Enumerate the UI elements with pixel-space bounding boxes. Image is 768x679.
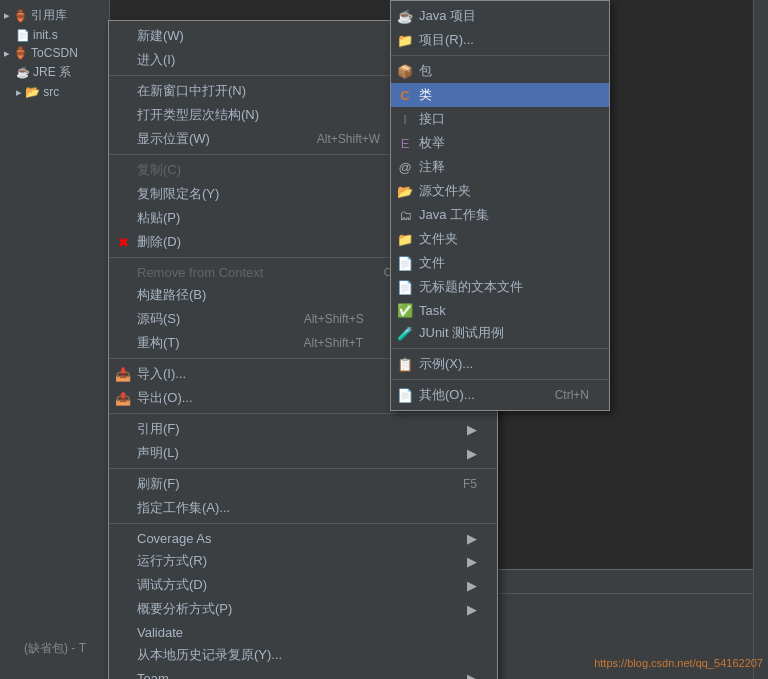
submenu-item-java-project[interactable]: ☕ Java 项目 xyxy=(391,4,609,28)
junit-icon: 🧪 xyxy=(397,326,413,341)
menu-item-debug-as[interactable]: 调试方式(D) ▶ xyxy=(109,573,497,597)
submenu-item-class[interactable]: C 类 xyxy=(391,83,609,107)
submenu-item-annotation[interactable]: @ 注释 xyxy=(391,155,609,179)
submenu-item-example[interactable]: 📋 示例(X)... xyxy=(391,352,609,376)
menu-item-declarations[interactable]: 声明(L) ▶ xyxy=(109,441,497,465)
separator-6 xyxy=(109,468,497,469)
project-icon: 📁 xyxy=(397,33,413,48)
menu-item-profile-as[interactable]: 概要分析方式(P) ▶ xyxy=(109,597,497,621)
tree-item-引用库[interactable]: ▸🏺 引用库 xyxy=(0,5,109,26)
example-icon: 📋 xyxy=(397,357,413,372)
separator-5 xyxy=(109,413,497,414)
menu-item-restore-local[interactable]: 从本地历史记录复原(Y)... xyxy=(109,643,497,667)
sub-separator-1 xyxy=(391,55,609,56)
submenu-item-untitled[interactable]: 📄 无标题的文本文件 xyxy=(391,275,609,299)
folder-icon: 📁 xyxy=(397,232,413,247)
submenu-item-interface[interactable]: I 接口 xyxy=(391,107,609,131)
sub-separator-3 xyxy=(391,379,609,380)
tree-item-tocsdn[interactable]: ▸🏺 ToCSDN xyxy=(0,44,109,62)
tree-panel: ▸🏺 引用库 📄init.s ▸🏺 ToCSDN ☕JRE 系 ▸📂 src (… xyxy=(0,0,110,679)
task-icon: ✅ xyxy=(397,303,413,318)
menu-item-validate[interactable]: Validate xyxy=(109,621,497,643)
arrow-icon-11: ▶ xyxy=(467,602,477,617)
menu-item-team[interactable]: Team ▶ xyxy=(109,667,497,679)
other-icon: 📄 xyxy=(397,388,413,403)
menu-item-assign-workset[interactable]: 指定工作集(A)... xyxy=(109,496,497,520)
export-icon: 📤 xyxy=(115,391,131,406)
tree-item-jre[interactable]: ☕JRE 系 xyxy=(0,62,109,83)
arrow-icon-6: ▶ xyxy=(467,422,477,437)
submenu-new: ☕ Java 项目 📁 项目(R)... 📦 包 C 类 I 接口 E 枚举 @… xyxy=(390,0,610,411)
ctrl-n-shortcut: Ctrl+N xyxy=(535,388,589,402)
alt-shift-s-shortcut: Alt+Shift+S xyxy=(284,312,364,326)
untitled-icon: 📄 xyxy=(397,280,413,295)
java-project-icon: ☕ xyxy=(397,9,413,24)
package-icon: 📦 xyxy=(397,64,413,79)
submenu-item-task[interactable]: ✅ Task xyxy=(391,299,609,321)
menu-item-refresh[interactable]: 刷新(F) F5 xyxy=(109,472,497,496)
java-workset-icon: 🗂 xyxy=(397,208,413,223)
import-icon: 📥 xyxy=(115,367,131,382)
class-icon: C xyxy=(397,88,413,103)
sub-separator-2 xyxy=(391,348,609,349)
enum-icon: E xyxy=(397,136,413,151)
submenu-item-file[interactable]: 📄 文件 xyxy=(391,251,609,275)
annotation-icon: @ xyxy=(397,160,413,175)
tree-item-default-package[interactable]: (缺省包) - T xyxy=(0,638,109,659)
submenu-item-java-workset[interactable]: 🗂 Java 工作集 xyxy=(391,203,609,227)
submenu-item-folder[interactable]: 📁 文件夹 xyxy=(391,227,609,251)
menu-item-references[interactable]: 引用(F) ▶ xyxy=(109,417,497,441)
menu-item-coverage-as[interactable]: Coverage As ▶ xyxy=(109,527,497,549)
f5-shortcut: F5 xyxy=(443,477,477,491)
submenu-item-junit[interactable]: 🧪 JUnit 测试用例 xyxy=(391,321,609,345)
tree-item-src[interactable]: ▸📂 src xyxy=(0,83,109,101)
submenu-item-src-folder[interactable]: 📂 源文件夹 xyxy=(391,179,609,203)
submenu-item-enum[interactable]: E 枚举 xyxy=(391,131,609,155)
arrow-icon-7: ▶ xyxy=(467,446,477,461)
delete-icon: ✖ xyxy=(115,235,131,250)
submenu-item-project[interactable]: 📁 项目(R)... xyxy=(391,28,609,52)
alt-shift-w-shortcut: Alt+Shift+W xyxy=(297,132,380,146)
menu-item-run-as[interactable]: 运行方式(R) ▶ xyxy=(109,549,497,573)
src-folder-icon: 📂 xyxy=(397,184,413,199)
scrollbar[interactable] xyxy=(753,0,768,679)
arrow-icon-12: ▶ xyxy=(467,671,477,680)
arrow-icon-8: ▶ xyxy=(467,531,477,546)
blog-url: https://blog.csdn.net/qq_54162207 xyxy=(594,657,763,669)
arrow-icon-10: ▶ xyxy=(467,578,477,593)
submenu-item-package[interactable]: 📦 包 xyxy=(391,59,609,83)
file-icon: 📄 xyxy=(397,256,413,271)
tree-item-init[interactable]: 📄init.s xyxy=(0,26,109,44)
separator-7 xyxy=(109,523,497,524)
alt-shift-t-shortcut: Alt+Shift+T xyxy=(284,336,363,350)
submenu-item-other[interactable]: 📄 其他(O)... Ctrl+N xyxy=(391,383,609,407)
arrow-icon-9: ▶ xyxy=(467,554,477,569)
interface-icon: I xyxy=(397,112,413,127)
